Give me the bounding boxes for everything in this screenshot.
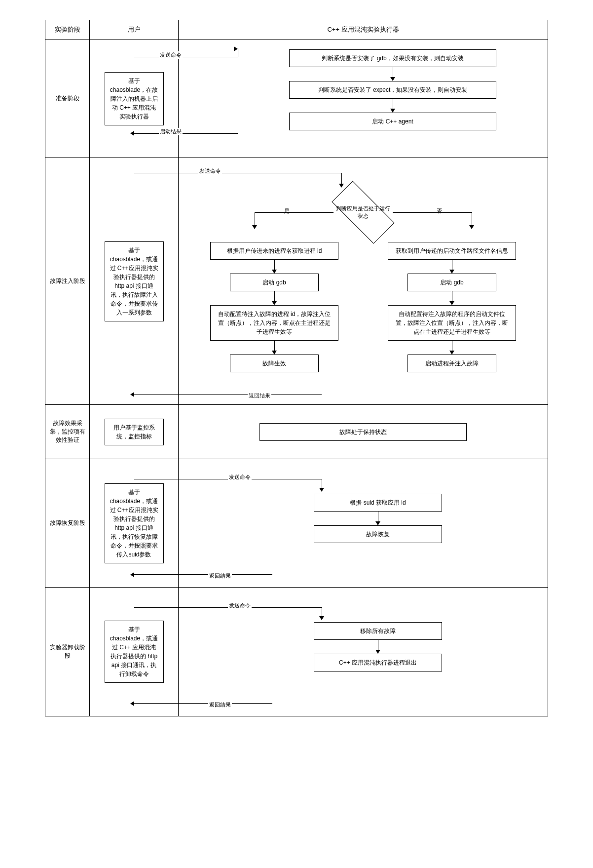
user-box-monitor: 用户基于监控系统，监控指标 (105, 419, 164, 445)
inj-right-s3: 自动配置待注入故障的程序的启动文件位置，故障注入位置（断点），注入内容，断点在主… (388, 305, 516, 341)
rec-s1: 根据 suid 获取应用 id (314, 494, 442, 512)
inj-right-s2: 启动 gdb (408, 274, 496, 291)
prep-step1: 判断系统是否安装了 gdb，如果没有安装，则自动安装 (289, 49, 496, 67)
lbl-send-inject: 发送命令 (198, 167, 222, 175)
row-monitor: 故障效果采集，监控项有效性验证 用户基于监控系统，监控指标 故障处于保持状态 (45, 405, 548, 459)
user-box-recover: 基于 chaosblade，或通过 C++应用混沌实验执行器提供的 http a… (105, 483, 164, 563)
user-box-inject: 基于 chaosblade，或通过 C++应用混沌实验执行器提供的 http a… (105, 241, 164, 321)
lbl-yes: 是 (284, 207, 290, 215)
inject-branch-running: 根据用户传进来的进程名获取进程 id 启动 gdb 自动配置待注入故障的进程 i… (195, 242, 353, 372)
lbl-no: 否 (437, 207, 442, 215)
inject-decision: 判断应用是否处于运行状态 (332, 181, 394, 243)
lbl-send-prep: 发送命令 (159, 51, 183, 59)
row-inject: 故障注入阶段 基于 chaosblade，或通过 C++应用混沌实验执行器提供的… (45, 158, 548, 405)
lbl-send-uninstall: 发送命令 (228, 602, 252, 609)
row-recover: 故障恢复阶段 基于 chaosblade，或通过 C++应用混沌实验执行器提供的… (45, 459, 548, 588)
lbl-result-prep: 启动结果 (159, 128, 183, 135)
header-row: 实验阶段 用户 C++ 应用混沌实验执行器 (45, 20, 548, 39)
header-stage: 实验阶段 (45, 20, 90, 39)
user-box-prepare: 基于 chaosblade，在故障注入的机器上启动 C++ 应用混沌实验执行器 (105, 72, 164, 125)
monitor-exec-box: 故障处于保持状态 (259, 423, 467, 441)
inj-left-s3: 自动配置待注入故障的进程 id，故障注入位置（断点），注入内容，断点在主进程还是… (210, 305, 338, 341)
un-s1: 移除所有故障 (314, 622, 442, 640)
header-executor: C++ 应用混沌实验执行器 (179, 20, 548, 39)
inj-left-s1: 根据用户传进来的进程名获取进程 id (210, 242, 338, 260)
header-user: 用户 (90, 20, 179, 39)
prep-step3: 启动 C++ agent (289, 113, 496, 130)
row-prepare: 准备阶段 基于 chaosblade，在故障注入的机器上启动 C++ 应用混沌实… (45, 39, 548, 158)
stage-inject-label: 故障注入阶段 (45, 158, 90, 404)
prep-step2: 判断系统是否安装了 expect，如果没有安装，则自动安装 (289, 81, 496, 99)
lbl-result-inject: 返回结果 (248, 392, 271, 399)
inj-right-s1: 获取到用户传递的启动文件路径文件名信息 (388, 242, 516, 260)
lbl-result-recover: 返回结果 (208, 572, 232, 580)
inj-right-s4: 启动进程并注入故障 (408, 355, 496, 372)
stage-recover-label: 故障恢复阶段 (45, 459, 90, 587)
stage-uninstall-label: 实验器卸载阶段 (45, 588, 90, 716)
inject-branch-notrunning: 获取到用户传递的启动文件路径文件名信息 启动 gdb 自动配置待注入故障的程序的… (373, 242, 531, 372)
stage-prepare-label: 准备阶段 (45, 39, 90, 158)
rec-s2: 故障恢复 (314, 525, 442, 543)
lbl-send-recover: 发送命令 (228, 473, 252, 481)
row-uninstall: 实验器卸载阶段 基于 chaosblade，或通过 C++ 应用混沌执行器提供的… (45, 588, 548, 716)
swimlane-diagram: 实验阶段 用户 C++ 应用混沌实验执行器 准备阶段 基于 chaosblade… (45, 20, 548, 716)
stage-monitor-label: 故障效果采集，监控项有效性验证 (45, 405, 90, 459)
inj-left-s2: 启动 gdb (230, 274, 319, 291)
lbl-result-uninstall: 返回结果 (208, 701, 232, 709)
inj-left-s4: 故障生效 (230, 355, 319, 372)
user-box-uninstall: 基于 chaosblade，或通过 C++ 应用混沌执行器提供的 http ap… (105, 621, 164, 683)
un-s2: C++ 应用混沌执行器进程退出 (314, 654, 442, 671)
